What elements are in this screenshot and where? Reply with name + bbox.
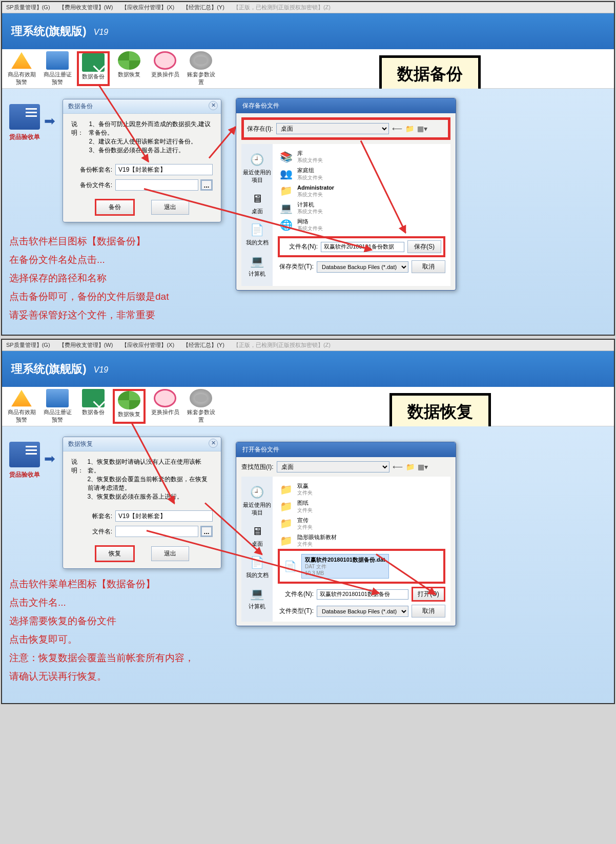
browse-button[interactable]: ... [200,526,213,537]
instr-line: 选择保存的路径和名称 [9,269,169,287]
tool-backup[interactable]: 数据备份 [77,389,110,424]
close-button[interactable]: ✕ [209,439,218,448]
open-filename-input[interactable] [317,589,408,600]
backup-panel: SP质量管理】(G) 【费用收支管理】(W) 【应收应付管理】(X) 【经营汇总… [1,1,615,336]
menu-item[interactable]: 【费用收支管理】(W) [59,4,113,10]
desc-line: 1、恢复数据时请确认没有人正在使用该帐套。 [88,458,213,475]
tool-switch-user[interactable]: 更换操作员 [149,389,181,424]
tool-settings[interactable]: 账套参数设置 [184,51,217,86]
arrow-icon: ➡ [44,451,55,467]
instr-line: 选择需要恢复的备份文件 [9,612,194,630]
nav-back-icon[interactable]: ⟵ [392,125,402,133]
filename-input[interactable] [115,179,198,191]
tool-label: 数据备份 [82,73,105,79]
tool-register-warn[interactable]: 商品注册证预警 [41,389,74,424]
place-documents[interactable]: 📄我的文档 [242,220,272,249]
tool-label: 商品有效期预警 [8,409,36,423]
restore-panel: SP质量管理】(G) 【费用收支管理】(W) 【应收应付管理】(X) 【经营汇总… [1,339,615,704]
tool-expiry-warn[interactable]: 商品有效期预警 [5,51,38,86]
look-in-select[interactable]: 桌面 [277,461,389,472]
list-item[interactable]: 📁隐形眼镜新教材文件夹 [278,532,445,549]
filetype-select[interactable]: Database Backup Files (*.dat) [317,261,408,273]
user-folder-icon: 📁 [279,184,293,197]
recent-icon: 🕘 [248,485,266,500]
item-name: 隐形眼镜新教材 [297,533,337,541]
list-item[interactable]: 📚库系统文件夹 [278,148,445,165]
place-recent[interactable]: 🕘最近使用的项目 [242,150,272,186]
exit-button[interactable]: 退出 [151,200,189,215]
instr-line: 点击软件栏目图标【数据备份】 [9,232,169,251]
backup-button[interactable]: 备份 [95,199,135,216]
filename-input[interactable] [115,526,198,537]
nav-up-icon[interactable]: 📁 [405,125,414,133]
menu-item[interactable]: 【费用收支管理】(W) [59,342,113,348]
menu-item[interactable]: 【经营汇总】(Y) [183,342,224,348]
computer-icon: 💻 [248,586,266,602]
tool-label: 商品注册证预警 [44,409,72,423]
menu-item[interactable]: SP质量管理】(G) [6,4,50,10]
menu-item[interactable]: 【应收应付管理】(X) [121,342,174,348]
cancel-button[interactable]: 取消 [412,260,445,273]
save-icon [82,53,105,72]
side-shortcut[interactable]: 货品验收单 [9,104,40,141]
exit-button[interactable]: 退出 [151,546,189,561]
item-sub: DAT 文件 [305,563,385,570]
file-list[interactable]: 📁双赢文件夹 📁图纸文件夹 📁宣传文件夹 📁隐形眼镜新教材文件夹 📄 双赢软件2… [278,481,445,584]
menu-item[interactable]: 【应收应付管理】(X) [121,4,174,10]
list-item[interactable]: 📁宣传文件夹 [278,515,445,532]
filename-label: 文件名(N): [278,590,314,599]
tool-settings[interactable]: 账套参数设置 [184,389,217,424]
tool-label: 商品有效期预警 [8,71,36,85]
list-item[interactable]: 📁图纸文件夹 [278,498,445,514]
place-recent[interactable]: 🕘最近使用的项目 [242,483,272,519]
restore-button[interactable]: 恢复 [95,545,135,562]
tool-restore[interactable]: 数据恢复 [113,51,146,86]
place-computer[interactable]: 💻计算机 [242,252,272,280]
tool-expiry-warn[interactable]: 商品有效期预警 [5,389,38,424]
nav-view-icon[interactable]: ▦▾ [418,463,428,471]
workarea: 货品验收单 ➡ 数据恢复 ✕ 说明： 1、恢复数据时请确认没有人正在使用该帐套。… [2,426,614,703]
menu-item[interactable]: SP质量管理】(G) [6,342,50,348]
filetype-select[interactable]: Database Backup Files (*.dat) [317,606,408,617]
list-item[interactable]: 💻计算机系统文件夹 [278,199,445,216]
list-item[interactable]: 📁双赢文件夹 [278,481,445,498]
account-input[interactable] [115,164,213,175]
file-list[interactable]: 📚库系统文件夹 👥家庭组系统文件夹 📁Administrator系统文件夹 💻计… [278,148,445,233]
warning-icon [10,51,33,70]
item-name: Administrator [297,184,334,191]
instruction-text: 点击软件菜单栏图标【数据备份】 点击文件名... 选择需要恢复的备份文件 点击恢… [9,575,194,686]
tool-backup[interactable]: 数据备份 [77,51,110,86]
place-computer[interactable]: 💻计算机 [242,584,272,612]
menu-item[interactable]: 【正版，已检测到正版授权加密锁】(Z) [233,342,331,348]
save-titlebar: 保存备份文件 [236,98,456,113]
dialog-title: 数据恢复 [68,440,93,447]
tool-register-warn[interactable]: 商品注册证预警 [41,51,74,86]
item-name: 双赢软件20180101数据备份.dat [305,556,385,563]
app-title: 理系统(旗舰版) [11,362,87,375]
nav-back-icon[interactable]: ⟵ [393,463,403,471]
save-button[interactable]: 保存(S) [407,240,441,253]
tool-switch-user[interactable]: 更换操作员 [149,51,181,86]
nav-up-icon[interactable]: 📁 [406,463,415,471]
place-label: 计算机 [249,603,265,609]
list-item[interactable]: 📁Administrator系统文件夹 [278,182,445,199]
list-item[interactable]: 👥家庭组系统文件夹 [278,165,445,182]
menu-item[interactable]: 【正版，已检测到正版授权加密锁】(Z) [233,4,331,10]
open-titlebar: 打开备份文件 [236,442,456,457]
browse-button[interactable]: ... [200,179,213,191]
save-in-select[interactable]: 桌面 [276,123,389,134]
tool-restore[interactable]: 数据恢复 [113,389,146,424]
place-desktop[interactable]: 🖥桌面 [242,189,272,217]
dialog-titlebar: 数据备份 ✕ [63,99,221,114]
menu-item[interactable]: 【经营汇总】(Y) [183,4,224,10]
save-dialog: 保存备份文件 保存在(I): 桌面 ⟵ 📁 ▦▾ 🕘最近使用的项目 🖥桌面 📄我… [236,98,456,291]
side-shortcut[interactable]: 货品验收单 [9,442,40,479]
nav-view-icon[interactable]: ▦▾ [417,125,427,133]
cancel-button[interactable]: 取消 [412,605,445,617]
close-button[interactable]: ✕ [209,101,218,110]
account-input[interactable] [115,510,213,522]
place-desktop[interactable]: 🖥桌面 [242,522,272,550]
menubar: SP质量管理】(G) 【费用收支管理】(W) 【应收应付管理】(X) 【经营汇总… [2,340,614,351]
instr-line: 点击文件名... [9,593,194,612]
list-item-selected[interactable]: 📄 双赢软件20180101数据备份.dat DAT 文件 10.3 MB [278,549,445,584]
